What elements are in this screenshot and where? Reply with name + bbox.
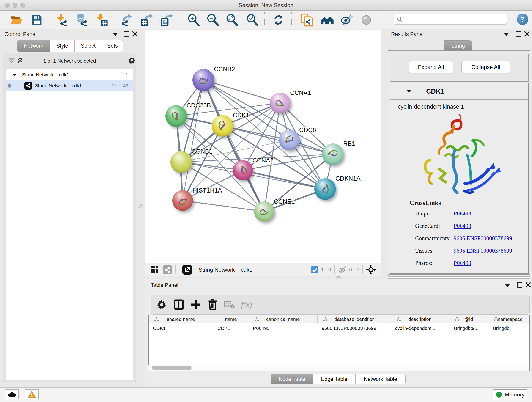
save-session-icon[interactable]	[29, 13, 44, 27]
zoom-window-button[interactable]	[20, 3, 25, 7]
show-column-panel-icon[interactable]	[170, 297, 187, 313]
graph-node-cdc25b[interactable]	[165, 105, 187, 127]
close-panel-icon[interactable]	[524, 31, 530, 37]
tab-style[interactable]: Style	[50, 40, 75, 52]
hide-graphics-details-icon[interactable]	[339, 13, 354, 27]
cloud-button[interactable]	[5, 389, 19, 400]
column-header-label: database identifier	[335, 317, 374, 322]
import-network-from-database-icon[interactable]	[74, 13, 89, 27]
tab-sets[interactable]: Sets	[102, 40, 123, 52]
show-graphics-details-icon[interactable]	[359, 13, 374, 27]
tab-network[interactable]: Network	[17, 40, 50, 52]
float-panel-icon[interactable]	[124, 31, 129, 37]
left-splitter-handle[interactable]	[139, 204, 143, 208]
copy-share-document-icon[interactable]	[299, 13, 314, 27]
section-expander-icon[interactable]	[407, 90, 411, 93]
table-cell: P06493	[249, 325, 317, 331]
export-network-icon[interactable]	[119, 13, 134, 27]
pan-crosshair-icon[interactable]	[366, 265, 376, 275]
zoom-selected-icon[interactable]	[245, 13, 260, 27]
graph-node-cdkn1a[interactable]	[314, 178, 336, 200]
delete-column-icon[interactable]	[204, 297, 221, 313]
open-in-new-window-icon[interactable]	[182, 265, 192, 274]
panel-menu-icon[interactable]	[113, 33, 118, 36]
column-header-name[interactable]: name	[213, 315, 249, 323]
crosslink-link[interactable]: 9606.ENSP00000378699	[454, 235, 512, 242]
collection-expander-icon[interactable]	[12, 74, 17, 76]
home-icon[interactable]	[320, 13, 335, 27]
network-collection-row[interactable]: String Network – cdk1 1	[6, 69, 133, 80]
float-panel-icon[interactable]	[517, 282, 522, 288]
panel-menu-icon[interactable]	[505, 284, 510, 287]
close-panel-icon[interactable]	[525, 282, 531, 288]
zoom-in-icon[interactable]	[186, 13, 201, 27]
graph-node-rb1[interactable]	[322, 143, 344, 165]
crosslink-label: Uniprot:	[415, 211, 454, 217]
column-header--id[interactable]: @id	[449, 315, 488, 323]
crosslink-link[interactable]: P06493	[454, 260, 471, 266]
network-row-selected[interactable]: String Network – cdk1 11 48	[6, 80, 133, 91]
refresh-icon[interactable]	[271, 13, 286, 27]
column-header-canonical-name[interactable]: canonical name	[249, 315, 317, 323]
gear-icon[interactable]	[128, 56, 136, 64]
column-header-namespace[interactable]: namespace	[488, 315, 530, 323]
graph-node-ccnb1[interactable]	[171, 151, 192, 173]
network-canvas[interactable]: CCNB2CCNA1CDC25BCDK1CDC6RB1CCNB1CCNA2CDK…	[145, 30, 381, 263]
protein-ribbon-icon	[325, 147, 341, 162]
column-header-database-identifier[interactable]: database identifier	[317, 315, 391, 323]
results-hscrollbar[interactable]	[388, 276, 530, 279]
tab-edge-table[interactable]: Edge Table	[313, 374, 355, 384]
help-button[interactable]: ?	[517, 13, 528, 25]
search-input[interactable]	[394, 14, 507, 25]
graph-node-hist1h1a[interactable]	[172, 190, 193, 211]
memory-button[interactable]: Memory	[493, 389, 527, 400]
selected-checkbox-icon[interactable]	[311, 266, 318, 274]
open-session-icon[interactable]	[9, 13, 24, 27]
close-panel-icon[interactable]	[132, 31, 138, 37]
tab-select[interactable]: Select	[75, 40, 102, 52]
tab-node-table[interactable]: Node Table	[271, 374, 313, 384]
import-table-icon[interactable]	[94, 13, 109, 27]
column-header-shared-name[interactable]: shared name	[149, 315, 213, 323]
graph-node-cdc6[interactable]	[279, 130, 300, 150]
zoom-out-icon[interactable]	[205, 13, 220, 27]
crosslink-link[interactable]: P06493	[454, 223, 471, 229]
table-hscrollbar	[148, 365, 529, 370]
share-icon[interactable]	[163, 265, 172, 274]
graph-node-ccna2[interactable]	[233, 160, 253, 180]
column-header-label: name	[225, 317, 237, 322]
crosslink-link[interactable]: 9606.ENSP00000378699	[454, 248, 512, 254]
crosslink-label: Tissues:	[415, 248, 454, 254]
tab-network-table[interactable]: Network Table	[355, 374, 405, 384]
protein-section-header[interactable]: CDK1	[390, 83, 528, 100]
expand-all-button[interactable]: Expand All	[409, 61, 453, 73]
close-window-button[interactable]	[5, 3, 10, 7]
edge-count: 48	[123, 83, 128, 89]
graph-node-ccna1[interactable]	[270, 93, 291, 113]
import-network-icon[interactable]	[55, 13, 70, 27]
column-header-description[interactable]: description	[391, 315, 449, 323]
table-settings-gear-icon[interactable]	[153, 297, 170, 313]
table-hscrollbar-thumb[interactable]	[152, 366, 191, 370]
crosslink-row: Uniprot:P06493	[390, 207, 529, 220]
protein-ribbon-icon	[316, 180, 335, 198]
minimize-window-button[interactable]	[13, 3, 17, 7]
float-panel-icon[interactable]	[516, 31, 521, 37]
export-image-icon[interactable]	[159, 13, 174, 27]
add-column-icon[interactable]	[187, 297, 204, 313]
crosslink-link[interactable]: P06493	[454, 211, 471, 217]
graph-node-cdk1[interactable]	[212, 115, 233, 137]
export-table-icon[interactable]	[139, 13, 154, 27]
collapse-all-button[interactable]: Collapse All	[462, 61, 510, 73]
panel-menu-icon[interactable]	[504, 33, 509, 36]
graph-node-ccne1[interactable]	[254, 201, 274, 222]
graph-node-ccnb2[interactable]	[192, 69, 215, 91]
function-builder-icon[interactable]: f(x)	[238, 297, 255, 313]
tab-string[interactable]: String	[444, 40, 472, 51]
birdseye-grid-icon[interactable]	[150, 265, 159, 274]
table-toolbar: f(x)	[151, 294, 530, 315]
table-row[interactable]: CDK1CDK1P064939606.ENSP00000378699cyclin…	[149, 323, 530, 333]
delete-table-icon[interactable]	[221, 297, 238, 313]
warning-button[interactable]	[25, 389, 39, 400]
zoom-fit-icon[interactable]	[224, 13, 239, 27]
